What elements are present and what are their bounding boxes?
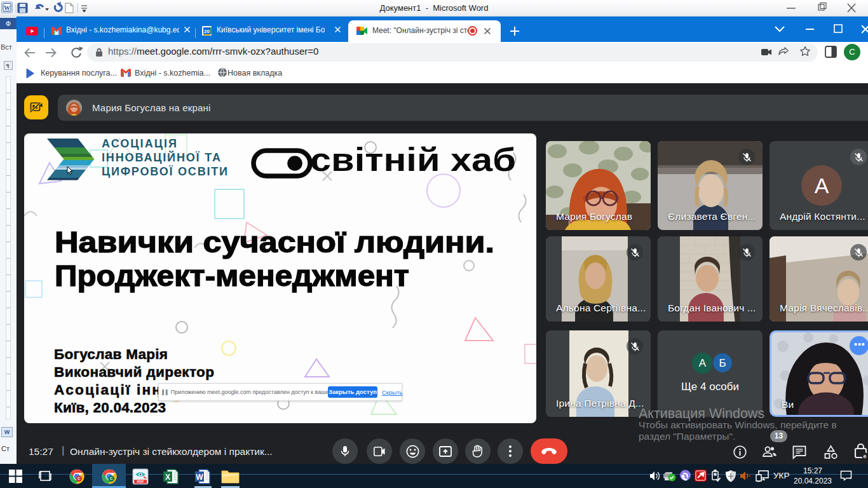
svg-text:ІННОВАЦІЙНОЇ ТА: ІННОВАЦІЙНОЇ ТА: [102, 151, 220, 164]
svg-text:АСОЦІАЦІЯ: АСОЦІАЦІЯ: [102, 137, 177, 150]
svg-text:Навички сучасної людини.: Навички сучасної людини.: [55, 225, 494, 259]
svg-text:Проджект-менеджмент: Проджект-менеджмент: [55, 259, 409, 292]
svg-text:e: e: [863, 453, 866, 459]
svg-text:X: X: [165, 473, 170, 482]
svg-text:Виконавчий директор: Виконавчий директор: [54, 364, 214, 380]
svg-text:20: 20: [204, 29, 210, 34]
svg-text:Богуслав Марія: Богуслав Марія: [54, 346, 168, 362]
svg-text:Київ, 20.04.2023: Київ, 20.04.2023: [54, 400, 166, 416]
svg-text:C: C: [78, 477, 81, 480]
svg-text:ЦИФРОВОЇ ОСВІТИ: ЦИФРОВОЇ ОСВІТИ: [102, 165, 227, 178]
svg-text:світній хаб: світній хаб: [310, 141, 516, 178]
svg-text:W: W: [4, 4, 10, 11]
svg-text:C: C: [110, 477, 113, 480]
svg-text:PDF: PDF: [137, 480, 145, 484]
svg-text:W: W: [196, 473, 203, 482]
